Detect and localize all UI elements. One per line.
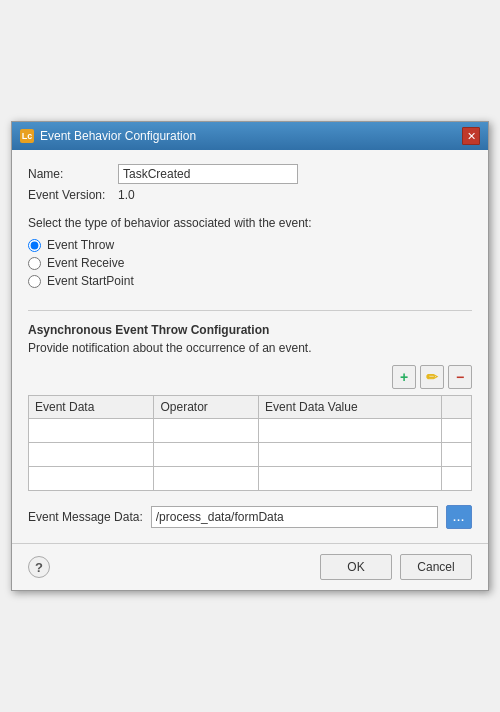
- radio-event-startpoint[interactable]: Event StartPoint: [28, 274, 472, 288]
- cell-extra: [442, 443, 472, 467]
- section-title: Asynchronous Event Throw Configuration: [28, 323, 472, 337]
- radio-event-receive[interactable]: Event Receive: [28, 256, 472, 270]
- cell-extra: [442, 419, 472, 443]
- cell-event-data-value: [259, 443, 442, 467]
- table-toolbar: + ✏ −: [28, 365, 472, 389]
- browse-icon: ...: [453, 511, 465, 523]
- close-button[interactable]: ✕: [462, 127, 480, 145]
- edit-button[interactable]: ✏: [420, 365, 444, 389]
- dialog-footer: ? OK Cancel: [12, 543, 488, 590]
- radio-event-throw[interactable]: Event Throw: [28, 238, 472, 252]
- name-row: Name:: [28, 164, 472, 184]
- data-table-container: Event Data Operator Event Data Value: [28, 395, 472, 491]
- radio-receive-input[interactable]: [28, 257, 41, 270]
- table-row: [29, 467, 472, 491]
- name-label: Name:: [28, 167, 118, 181]
- table-row: [29, 419, 472, 443]
- message-input[interactable]: [151, 506, 438, 528]
- cell-event-data: [29, 419, 154, 443]
- add-button[interactable]: +: [392, 365, 416, 389]
- version-value: 1.0: [118, 188, 135, 202]
- radio-startpoint-label: Event StartPoint: [47, 274, 134, 288]
- table-row: [29, 443, 472, 467]
- cancel-button[interactable]: Cancel: [400, 554, 472, 580]
- event-data-table: Event Data Operator Event Data Value: [28, 395, 472, 491]
- dialog-content: Name: Event Version: 1.0 Select the type…: [12, 150, 488, 543]
- col-operator: Operator: [154, 396, 259, 419]
- section-description: Provide notification about the occurrenc…: [28, 341, 472, 355]
- app-icon: Lc: [20, 129, 34, 143]
- message-label: Event Message Data:: [28, 510, 143, 524]
- radio-throw-label: Event Throw: [47, 238, 114, 252]
- cell-extra: [442, 467, 472, 491]
- behavior-radio-group: Event Throw Event Receive Event StartPoi…: [28, 238, 472, 288]
- remove-button[interactable]: −: [448, 365, 472, 389]
- title-bar: Lc Event Behavior Configuration ✕: [12, 122, 488, 150]
- cell-event-data-value: [259, 467, 442, 491]
- message-row: Event Message Data: ...: [28, 505, 472, 529]
- col-extra: [442, 396, 472, 419]
- cell-operator: [154, 443, 259, 467]
- cell-event-data: [29, 467, 154, 491]
- footer-buttons: OK Cancel: [320, 554, 472, 580]
- radio-startpoint-input[interactable]: [28, 275, 41, 288]
- cell-event-data: [29, 443, 154, 467]
- help-icon: ?: [35, 560, 43, 575]
- dialog-window: Lc Event Behavior Configuration ✕ Name: …: [11, 121, 489, 591]
- window-title: Event Behavior Configuration: [40, 129, 196, 143]
- version-row: Event Version: 1.0: [28, 188, 472, 202]
- cell-operator: [154, 467, 259, 491]
- divider: [28, 310, 472, 311]
- cell-event-data-value: [259, 419, 442, 443]
- ok-button[interactable]: OK: [320, 554, 392, 580]
- version-label: Event Version:: [28, 188, 118, 202]
- help-button[interactable]: ?: [28, 556, 50, 578]
- browse-button[interactable]: ...: [446, 505, 472, 529]
- type-label: Select the type of behavior associated w…: [28, 216, 472, 230]
- col-event-data: Event Data: [29, 396, 154, 419]
- name-input[interactable]: [118, 164, 298, 184]
- radio-receive-label: Event Receive: [47, 256, 124, 270]
- radio-throw-input[interactable]: [28, 239, 41, 252]
- col-event-data-value: Event Data Value: [259, 396, 442, 419]
- cell-operator: [154, 419, 259, 443]
